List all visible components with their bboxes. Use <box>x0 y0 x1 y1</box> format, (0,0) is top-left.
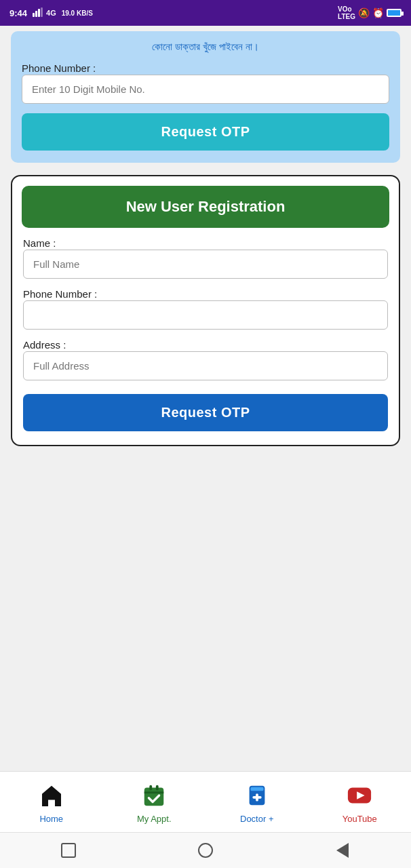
svg-rect-3 <box>41 7 43 17</box>
reg-phone-label: Phone Number : <box>23 288 97 300</box>
status-bar: 9:44 4G 19.0 KB/S VOoLTEG 🔕 ⏰ <box>0 0 411 26</box>
network-type: 4G <box>46 9 56 17</box>
main-content: কোনো ডাক্তার খুঁজে পাইবেন না। Phone Numb… <box>0 26 411 771</box>
home-icon <box>39 783 64 811</box>
address-input[interactable] <box>23 351 388 380</box>
top-phone-label: Phone Number : <box>22 62 96 74</box>
nav-doctor-label: Doctor + <box>240 814 274 824</box>
status-right: VOoLTEG 🔕 ⏰ <box>338 5 402 20</box>
banner-text: কোনো ডাক্তার খুঁজে পাইবেন না। <box>22 41 389 53</box>
home-button[interactable] <box>196 841 215 860</box>
alarm-icon: ⏰ <box>372 7 384 18</box>
reg-phone-input[interactable]: 8250273991 <box>23 300 388 330</box>
nav-youtube[interactable]: YouTube <box>309 783 412 824</box>
svg-rect-4 <box>144 788 164 806</box>
nav-doctor[interactable]: Doctor + <box>206 783 309 824</box>
name-input[interactable] <box>23 250 388 279</box>
nav-appt-label: My Appt. <box>137 814 172 824</box>
top-phone-input[interactable] <box>22 75 389 104</box>
back-triangle-icon <box>336 843 349 858</box>
registration-card: New User Registration Name : Phone Numbe… <box>11 175 400 446</box>
svg-rect-9 <box>250 787 263 791</box>
nav-appt[interactable]: My Appt. <box>103 783 206 824</box>
doctor-icon <box>244 783 270 811</box>
silent-icon: 🔕 <box>358 7 370 18</box>
nav-home-label: Home <box>39 814 63 824</box>
recents-icon <box>61 843 76 858</box>
battery-icon <box>387 9 402 17</box>
registration-title: New User Registration <box>22 186 389 228</box>
registration-form: Name : Phone Number : 8250273991 Address… <box>12 237 399 431</box>
top-otp-card: কোনো ডাক্তার খুঁজে পাইবেন না। Phone Numb… <box>11 31 400 163</box>
svg-rect-1 <box>35 11 37 17</box>
svg-rect-6 <box>156 785 159 791</box>
reg-request-otp-button[interactable]: Request OTP <box>23 394 388 431</box>
youtube-icon <box>347 783 372 811</box>
svg-rect-11 <box>252 796 261 799</box>
svg-rect-0 <box>33 13 35 17</box>
recents-button[interactable] <box>59 841 78 860</box>
home-circle-icon <box>198 843 213 858</box>
android-nav-bar <box>0 832 411 868</box>
appt-icon <box>141 783 167 811</box>
bottom-nav: Home My Appt. Doctor + <box>0 771 411 832</box>
nav-youtube-label: YouTube <box>342 814 377 824</box>
svg-rect-7 <box>144 791 164 793</box>
svg-rect-5 <box>150 785 153 791</box>
data-speed: 19.0 KB/S <box>62 9 93 17</box>
svg-rect-2 <box>38 9 40 17</box>
volte-icon: VOoLTEG <box>338 5 355 20</box>
nav-home[interactable]: Home <box>0 783 103 824</box>
time: 9:44 <box>9 8 27 18</box>
name-label: Name : <box>23 237 56 249</box>
status-left: 9:44 4G 19.0 KB/S <box>9 7 93 19</box>
top-request-otp-button[interactable]: Request OTP <box>22 113 389 151</box>
signal-icon <box>33 7 43 19</box>
back-button[interactable] <box>333 841 352 860</box>
address-label: Address : <box>23 339 66 351</box>
